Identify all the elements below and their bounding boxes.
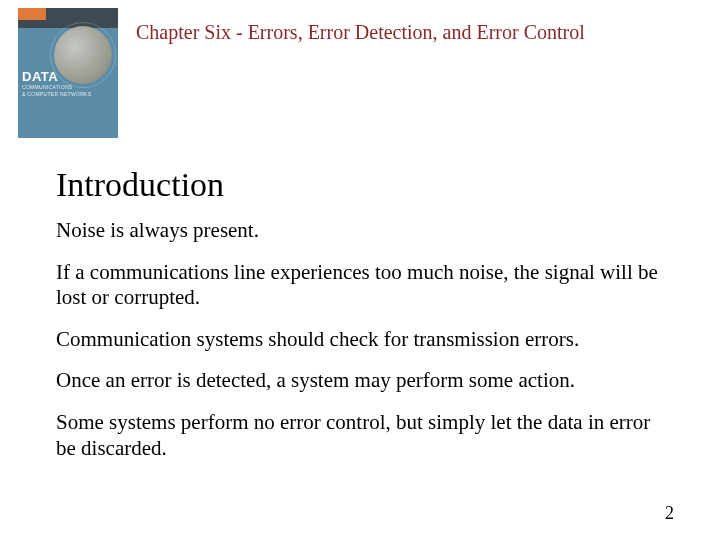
- section-title: Introduction: [56, 166, 664, 204]
- paragraph: Noise is always present.: [56, 218, 664, 244]
- book-subtitle-2: & COMPUTER NETWORKS: [22, 91, 114, 97]
- paragraph: Once an error is detected, a system may …: [56, 368, 664, 394]
- page-number: 2: [665, 503, 674, 524]
- book-cover-image: DATA COMMUNICATIONS & COMPUTER NETWORKS: [18, 8, 118, 138]
- book-cover-accent: [18, 8, 46, 20]
- paragraph: Some systems perform no error control, b…: [56, 410, 664, 461]
- book-title-text: DATA: [22, 70, 114, 83]
- paragraph: If a communications line experiences too…: [56, 260, 664, 311]
- book-title-block: DATA COMMUNICATIONS & COMPUTER NETWORKS: [22, 70, 114, 97]
- paragraph: Communication systems should check for t…: [56, 327, 664, 353]
- slide-header: DATA COMMUNICATIONS & COMPUTER NETWORKS …: [0, 0, 720, 138]
- book-subtitle-1: COMMUNICATIONS: [22, 84, 114, 90]
- slide-content: Introduction Noise is always present. If…: [0, 138, 720, 461]
- chapter-title: Chapter Six - Errors, Error Detection, a…: [136, 8, 585, 52]
